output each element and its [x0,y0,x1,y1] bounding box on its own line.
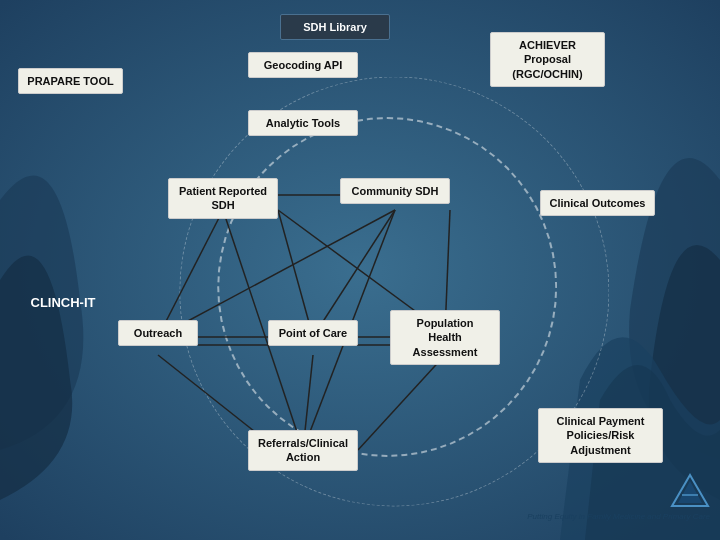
outreach-label: Outreach [134,327,182,339]
clinch-it-box: CLINCH-IT [18,290,108,317]
prapare-label: PRAPARE TOOL [27,75,113,87]
svg-marker-17 [678,481,702,503]
community-sdh-label: Community SDH [352,185,439,197]
referrals-label: Referrals/Clinical Action [258,437,348,463]
clinch-it-label: CLINCH-IT [31,295,96,310]
analytic-label: Analytic Tools [266,117,340,129]
clinical-outcomes-box: Clinical Outcomes [540,190,655,216]
achiever-box: ACHIEVER Proposal (RGC/OCHIN) [490,32,605,87]
outreach-box: Outreach [118,320,198,346]
pop-health-label: Population Health Assessment [413,317,478,358]
sdh-library-box: SDH Library [280,14,390,40]
diagram-container: SDH Library Geocoding API PRAPARE TOOL A… [0,0,720,540]
geocoding-box: Geocoding API [248,52,358,78]
logo-area: Putting Equity in Family Medicine and Pr… [527,473,710,522]
prapare-box: PRAPARE TOOL [18,68,123,94]
logo-icon [670,473,710,508]
point-of-care-label: Point of Care [279,327,347,339]
achiever-label: ACHIEVER Proposal (RGC/OCHIN) [512,39,582,80]
patient-sdh-box: Patient Reported SDH [168,178,278,219]
referrals-box: Referrals/Clinical Action [248,430,358,471]
patient-sdh-label: Patient Reported SDH [179,185,267,211]
logo-tagline: Putting Equity in Family Medicine and Pr… [527,512,710,522]
analytic-box: Analytic Tools [248,110,358,136]
clinical-outcomes-label: Clinical Outcomes [550,197,646,209]
clinical-payment-box: Clinical Payment Policies/Risk Adjustmen… [538,408,663,463]
sdh-library-label: SDH Library [303,21,367,33]
geocoding-label: Geocoding API [264,59,342,71]
clinical-payment-label: Clinical Payment Policies/Risk Adjustmen… [556,415,644,456]
point-of-care-box: Point of Care [268,320,358,346]
pop-health-box: Population Health Assessment [390,310,500,365]
community-sdh-box: Community SDH [340,178,450,204]
